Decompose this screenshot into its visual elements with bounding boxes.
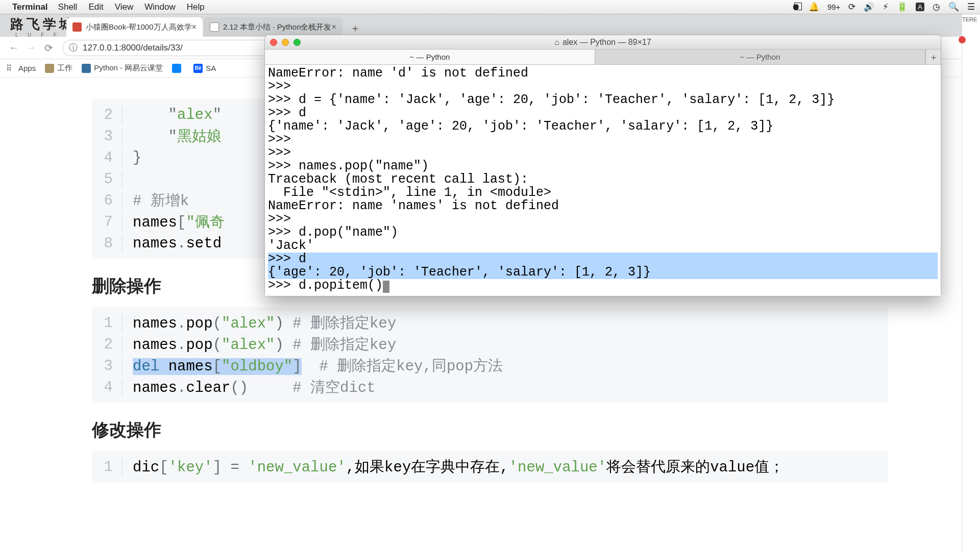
reload-button[interactable]: ⟳	[40, 39, 57, 57]
browser-tab-inactive[interactable]: 2.12 本章小结 · Python全栈开发 ×	[204, 17, 342, 37]
terminal-new-tab-button[interactable]: ＋	[925, 49, 941, 64]
menu-help[interactable]: Help	[187, 2, 205, 12]
terminal-cursor	[383, 281, 389, 293]
code-line: 1dic['key'] = 'new_value',如果key在字典中存在,'n…	[92, 456, 888, 478]
terminal-titlebar[interactable]: ⌂ alex — Python — 89×17	[265, 35, 941, 49]
bookmark-item[interactable]: BēSA	[193, 64, 216, 73]
apps-button[interactable]: ⠿Apps	[6, 64, 36, 73]
screen-record-icon[interactable]: ⏺⃞	[792, 2, 800, 12]
battery-icon[interactable]: 🔋	[897, 2, 908, 12]
code-line: 4names.clear() # 清空dict	[92, 377, 888, 398]
sync-icon[interactable]: ⟳	[848, 2, 855, 12]
bookmark-python[interactable]: Python - 网易云课堂	[82, 63, 163, 73]
home-icon: ⌂	[554, 38, 559, 47]
tab-close-icon[interactable]: ×	[331, 22, 336, 32]
terminal-title: ⌂ alex — Python — 89×17	[554, 38, 651, 47]
behance-icon: Bē	[193, 64, 203, 73]
menu-shell[interactable]: Shell	[58, 2, 78, 12]
terminal-tab-active[interactable]: ~ — Python	[265, 49, 595, 64]
section-heading-modify: 修改操作	[92, 418, 888, 442]
window-minimize-button[interactable]	[282, 39, 289, 46]
volume-icon[interactable]: 🔊	[864, 2, 874, 12]
notification-count: 99+	[827, 3, 840, 11]
tab-title: 2.12 本章小结 · Python全栈开发	[223, 22, 332, 32]
terminal-tab-inactive[interactable]: ~ — Python	[595, 49, 925, 64]
wifi-icon[interactable]: ⚡︎	[883, 2, 889, 12]
extension-badge-icon[interactable]	[959, 36, 966, 43]
window-close-button[interactable]	[270, 39, 277, 46]
terminal-window[interactable]: ⌂ alex — Python — 89×17 ~ — Python ~ — P…	[264, 35, 941, 296]
spotlight-icon[interactable]: 🔍	[948, 2, 959, 12]
site-info-icon[interactable]: ⓘ	[69, 42, 78, 54]
bookmark-item[interactable]	[172, 64, 184, 73]
code-line: 1names.pop("alex") # 删除指定key	[92, 312, 888, 334]
tab-close-icon[interactable]: ×	[192, 22, 197, 32]
notification-bell-icon[interactable]: 🔔	[808, 2, 819, 12]
macos-menubar: Terminal Shell Edit View Window Help ⏺⃞ …	[0, 0, 980, 14]
menubar-app-name[interactable]: Terminal	[12, 2, 48, 12]
menu-window[interactable]: Window	[144, 2, 175, 12]
apps-grid-icon: ⠿	[6, 64, 15, 73]
back-button[interactable]: ←	[5, 39, 22, 57]
code-line: 3del names["oldboy"] # 删除指定key,同pop方法	[92, 355, 888, 377]
window-zoom-button[interactable]	[293, 39, 301, 46]
tab-title: 小猿圈Book-帮1000万人高效学	[86, 22, 192, 32]
right-edge-partial: TERE	[962, 14, 980, 551]
terminal-tabbar: ~ — Python ~ — Python ＋	[265, 49, 941, 65]
code-block-2: 1names.pop("alex") # 删除指定key2names.pop("…	[92, 307, 888, 403]
input-source-icon[interactable]: A	[916, 3, 924, 11]
url-text: 127.0.0.1:8000/details/33/	[83, 43, 183, 53]
favicon-icon	[210, 22, 219, 32]
forward-button[interactable]: →	[22, 39, 40, 57]
menu-edit[interactable]: Edit	[88, 2, 103, 12]
favicon-icon	[72, 22, 82, 32]
python-icon	[82, 64, 91, 73]
code-line: 2names.pop("alex") # 删除指定key	[92, 334, 888, 355]
browser-tab-active[interactable]: 小猿圈Book-帮1000万人高效学 ×	[66, 17, 203, 37]
folder-icon	[45, 64, 54, 73]
terminal-output[interactable]: NameError: name 'd' is not defined>>> >>…	[265, 65, 941, 296]
code-block-3: 1dic['key'] = 'new_value',如果key在字典中存在,'n…	[92, 451, 888, 483]
browser-tabstrip: 小猿圈Book-帮1000万人高效学 × 2.12 本章小结 · Python全…	[0, 14, 980, 37]
new-tab-button[interactable]: ＋	[347, 19, 364, 37]
site-logo: 路飞学城	[10, 15, 76, 33]
clock-icon[interactable]: ◷	[933, 2, 940, 12]
menu-view[interactable]: View	[115, 2, 134, 12]
bookmark-folder-work[interactable]: 工作	[45, 63, 72, 73]
bookmark-icon	[172, 64, 181, 73]
control-center-icon[interactable]: ☰	[967, 2, 975, 12]
